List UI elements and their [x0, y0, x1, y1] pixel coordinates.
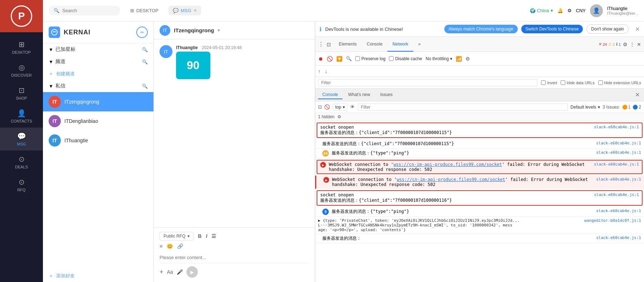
- search-input[interactable]: [62, 8, 116, 13]
- network-settings-icon[interactable]: ⚙: [465, 56, 470, 62]
- tab-elements[interactable]: Elements: [334, 37, 362, 52]
- send-button[interactable]: ▶: [186, 266, 198, 278]
- notification-close-btn[interactable]: ✕: [635, 26, 640, 33]
- starred-search-icon[interactable]: 🔍: [142, 47, 148, 52]
- console-clear-icon[interactable]: 🚫: [324, 104, 330, 110]
- list-button[interactable]: ☰: [211, 233, 216, 239]
- sidebar-item-discover[interactable]: ◎ DISCOVER: [0, 59, 43, 82]
- console-tab-whatsnew[interactable]: What's new: [344, 91, 375, 99]
- hide-data-label[interactable]: Hide data URLs: [561, 80, 595, 85]
- create-channel-btn[interactable]: ＋ 创建频道: [43, 68, 153, 80]
- console-close-btn[interactable]: ✕: [634, 90, 641, 100]
- devtools-more-icon[interactable]: ⋮: [630, 42, 635, 47]
- network-search-btn[interactable]: 🔍: [346, 56, 352, 61]
- disable-cache-label[interactable]: Disable cache: [389, 56, 422, 61]
- add-icon[interactable]: +: [160, 268, 164, 276]
- devtools-layout-icon[interactable]: ⊡: [327, 42, 331, 47]
- console-filter-input[interactable]: [358, 104, 568, 111]
- preserve-log-checkbox[interactable]: [355, 56, 360, 61]
- sidebar-item-rfq[interactable]: ⊙ RFQ: [0, 173, 43, 196]
- text-size-btn[interactable]: Aa: [167, 269, 173, 275]
- match-language-btn[interactable]: Always match Chrome's language: [444, 25, 518, 33]
- sidebar-item-deals[interactable]: ⊙ DEALS: [0, 150, 43, 173]
- sidebar-item-shop[interactable]: ⊡ SHOP: [0, 82, 43, 105]
- ws-url-link-1[interactable]: wss://cn-im-api-produce.files99.com/sock…: [394, 162, 502, 167]
- console-link-0b[interactable]: slack-e60cab4e.js:1: [596, 141, 641, 145]
- ws-url-link-2[interactable]: wss://cn-im-api-produce.files99.com/sock…: [397, 177, 505, 182]
- console-msg-link-0[interactable]: slack-e60cab4e.js:1: [594, 125, 639, 129]
- hide-ext-label[interactable]: Hide extension URLs: [598, 80, 641, 85]
- settings-icon[interactable]: ⚙: [567, 8, 572, 13]
- mic-icon[interactable]: 🎤: [177, 269, 183, 275]
- invert-filter-label[interactable]: Invert: [541, 80, 557, 85]
- console-msg-link-6[interactable]: wangeditor-b0a1dc0f.js:1: [584, 218, 641, 223]
- throttle-select[interactable]: No throttling ▾: [426, 56, 453, 61]
- network-filter-input[interactable]: [318, 79, 537, 86]
- link-btn[interactable]: 🔗: [177, 243, 183, 249]
- console-msg-link-7[interactable]: slack-e60cab4e.js:1: [596, 235, 641, 240]
- download-icon[interactable]: ↓: [325, 68, 327, 74]
- tab-network[interactable]: Network: [387, 37, 413, 52]
- preserve-log-label[interactable]: Preserve log: [355, 56, 385, 61]
- emoji-btn[interactable]: 😊: [167, 243, 173, 249]
- contact-item-2[interactable]: IT IThuangtie: [43, 131, 153, 150]
- chat-header: IT ITzengqingrong ▾: [154, 21, 315, 39]
- brand-edit-btn[interactable]: ✏: [136, 27, 148, 38]
- level-selector[interactable]: Default levels ▾: [571, 105, 600, 110]
- chat-header-chevron-icon: ▾: [218, 28, 220, 33]
- dm-section-header[interactable]: ▼ 私信 🔍: [43, 80, 153, 92]
- italic-button[interactable]: I: [206, 233, 207, 239]
- console-tab-console[interactable]: Console: [318, 91, 342, 99]
- console-msg-link-4[interactable]: slack-e60cab4e.js:1: [594, 192, 639, 197]
- error-toggle-1[interactable]: ▶: [320, 162, 326, 168]
- wifi-icon[interactable]: 📶: [456, 56, 462, 62]
- tab-msg-close[interactable]: ✕: [194, 8, 197, 13]
- switch-chinese-btn[interactable]: Switch DevTools to Chinese: [521, 25, 583, 33]
- dont-show-btn[interactable]: Don't show again: [586, 24, 629, 34]
- sidebar-item-desktop[interactable]: ⊞ DESKTOP: [0, 36, 43, 59]
- upload-icon[interactable]: ↑: [318, 68, 321, 74]
- sidebar-item-msg[interactable]: 💬 MSG: [0, 128, 43, 150]
- hide-ext-checkbox[interactable]: [598, 80, 603, 85]
- contact-item-0[interactable]: IT ITzengqingrong: [43, 92, 153, 111]
- tab-msg[interactable]: 💬 MSG ✕: [169, 6, 201, 15]
- eye-icon[interactable]: 👁: [350, 104, 355, 110]
- filter-toggle-btn[interactable]: 🔽: [336, 56, 342, 62]
- console-msg-link-2[interactable]: slack-e60cab4e.js:1: [594, 162, 639, 167]
- tab-desktop[interactable]: ⊞ DESKTOP: [126, 6, 163, 15]
- devtools-menu-icon[interactable]: ⋮: [318, 41, 324, 48]
- hidden-gear-icon[interactable]: ⚙: [337, 114, 341, 119]
- console-sidebar-icon[interactable]: ⊡: [318, 104, 322, 110]
- devtools-settings-icon[interactable]: ⚙: [623, 42, 628, 47]
- sidebar-item-contacts[interactable]: 👤 CONTACTS: [0, 105, 43, 128]
- rfq-button[interactable]: Public RFQ ▾: [160, 232, 194, 240]
- devtools-close-icon[interactable]: ✕: [637, 42, 641, 47]
- dm-search-icon[interactable]: 🔍: [142, 83, 148, 89]
- notification-icon[interactable]: 🔔: [557, 8, 563, 13]
- channel-search-icon[interactable]: 🔍: [142, 59, 148, 64]
- tab-console[interactable]: Console: [362, 37, 387, 52]
- china-selector[interactable]: 🌍 China ▾: [530, 8, 553, 13]
- json-expand-icon[interactable]: ▶: [318, 218, 321, 223]
- invert-checkbox[interactable]: [541, 80, 546, 85]
- search-box[interactable]: 🔍: [49, 6, 120, 15]
- user-avatar[interactable]: 👤: [590, 4, 603, 17]
- channel-section-header[interactable]: ▼ 频道 🔍: [43, 56, 153, 68]
- hide-data-checkbox[interactable]: [561, 80, 565, 85]
- bold-button[interactable]: B: [198, 233, 201, 239]
- console-msg-link-3[interactable]: slack-e60cab4e.js:1: [596, 177, 641, 182]
- clear-btn[interactable]: 🚫: [327, 56, 333, 62]
- record-btn[interactable]: ⏺: [318, 56, 323, 62]
- contact-item-1[interactable]: IT ITDenglianbiao: [43, 111, 153, 131]
- chat-input[interactable]: [160, 255, 309, 260]
- console-msg-link-5[interactable]: slack-e60cab4e.js:1: [596, 209, 641, 213]
- context-selector[interactable]: top ▾: [333, 104, 347, 111]
- add-friend-btn[interactable]: ＋ 添加好友: [43, 270, 153, 282]
- console-tab-issues[interactable]: Issues: [376, 91, 397, 99]
- error-toggle-2[interactable]: ▶: [323, 177, 329, 183]
- console-msg-link-1[interactable]: slack-e60cab4e.js:1: [596, 150, 641, 155]
- disable-cache-checkbox[interactable]: [389, 56, 394, 61]
- starred-section-header[interactable]: ▼ 已加星标 🔍: [43, 43, 153, 56]
- numbered-list-btn[interactable]: ≡: [160, 243, 162, 249]
- tab-more[interactable]: »: [413, 37, 426, 52]
